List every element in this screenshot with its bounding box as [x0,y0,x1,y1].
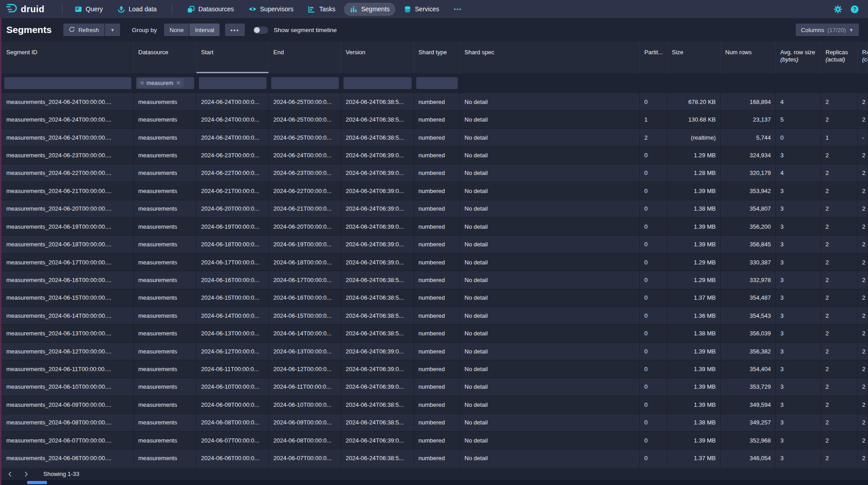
settings-gear-icon[interactable] [834,5,842,14]
column-header-replicas[interactable]: Replicas(actual) [821,42,858,73]
cell-replication-factor: 2 [858,396,868,413]
nav-item-segments[interactable]: Segments [344,3,395,16]
start-filter-input[interactable] [199,77,267,89]
cell-segment-id: measurements_2024-06-24T00:00:00.... [0,93,134,110]
column-header-version[interactable]: Version [341,42,414,73]
end-filter-input[interactable] [271,77,339,89]
cell-end: 2024-06-18T00:00:0... [269,254,341,271]
table-row[interactable]: measurements_2024-06-13T00:00:00....meas… [0,325,868,342]
table-row[interactable]: measurements_2024-06-06T00:00:00....meas… [0,449,868,467]
druid-logo[interactable]: druid [5,2,45,16]
cell-shard-type: numbered [414,93,460,110]
table-row[interactable]: measurements_2024-06-18T00:00:00....meas… [0,235,868,253]
nav-item-load-data[interactable]: Load data [112,3,163,16]
group-by-interval-button[interactable]: Interval [189,24,220,36]
column-header-num-rows[interactable]: Num rows [721,42,776,73]
column-header-segment-id[interactable]: Segment ID [0,42,134,73]
refresh-button[interactable]: Refresh [63,24,104,36]
segment-id-filter-input[interactable] [4,77,131,89]
nav-item-services[interactable]: Services [398,3,445,16]
close-icon[interactable]: ✕ [176,80,181,86]
cell-segment-id: measurements_2024-06-24T00:00:00.... [0,111,134,128]
table-row[interactable]: measurements_2024-06-09T00:00:00....meas… [0,396,868,414]
column-header-partit[interactable]: Partit... [640,42,667,73]
column-header-datasource[interactable]: Datasource [134,42,197,73]
table-row[interactable]: measurements_2024-06-17T00:00:00....meas… [0,254,868,271]
cell-avg-row-size: 3 [776,271,821,288]
version-filter-input[interactable] [343,77,412,89]
nav-item-[interactable] [448,3,467,16]
table-row[interactable]: measurements_2024-06-16T00:00:00....meas… [0,271,868,289]
cell-end: 2024-06-24T00:00:0... [269,146,341,164]
table-row[interactable]: measurements_2024-06-12T00:00:00....meas… [0,343,868,360]
cell-size: 1.37 MB [667,289,721,306]
table-row[interactable]: measurements_2024-06-23T00:00:00....meas… [0,146,868,164]
columns-button[interactable]: Columns (17/20) ▼ [796,24,859,36]
cell-shard-type: numbered [414,325,460,342]
table-row[interactable]: measurements_2024-06-24T00:00:00....meas… [0,129,868,146]
nav-item-query[interactable]: Query [69,3,109,16]
segment-timeline-toggle[interactable] [253,26,268,34]
cell-version: 2024-06-24T06:39:0... [341,165,414,182]
cell-segment-id: measurements_2024-06-18T00:00:00.... [0,235,134,253]
nav-item-datasources[interactable]: Datasources [181,3,240,16]
table-row[interactable]: measurements_2024-06-24T00:00:00....meas… [0,93,868,111]
cell-partit: 0 [640,449,667,466]
cell-size: 1.39 MB [667,378,721,396]
console-icon [75,5,82,13]
help-icon[interactable]: ? [850,5,859,14]
table-row[interactable]: measurements_2024-06-22T00:00:00....meas… [0,165,868,182]
column-header-shard-type[interactable]: Shard type [414,42,460,73]
cell-size: 1.39 MB [667,343,721,360]
table-row[interactable]: measurements_2024-06-07T00:00:00....meas… [0,432,868,449]
cell-avg-row-size: 3 [776,343,821,360]
cell-replication-factor: 2 [858,343,868,360]
cell-avg-row-size: 3 [776,254,821,271]
cell-partit: 0 [640,325,667,342]
table-header-row: Segment IDDatasourceStartEndVersionShard… [0,42,868,73]
datasource-filter-input[interactable]: =measurem✕ [136,77,194,89]
nav-item-tasks[interactable]: Tasks [302,3,341,16]
table-row[interactable]: measurements_2024-06-10T00:00:00....meas… [0,378,868,396]
cell-partit: 0 [640,307,667,324]
cell-version: 2024-06-24T06:38:5... [341,93,414,110]
column-header-avg-row-size[interactable]: Avg. row size(bytes) [776,42,821,73]
cell-num-rows: 168,894 [721,93,776,110]
table-row[interactable]: measurements_2024-06-24T00:00:00....meas… [0,111,868,128]
column-header-replication-factor[interactable]: Replication factor(configured) [858,42,868,73]
table-row[interactable]: measurements_2024-06-20T00:00:00....meas… [0,200,868,218]
group-by-none-button[interactable]: None [164,24,189,36]
datasource-icon [187,5,195,13]
table-row[interactable]: measurements_2024-06-08T00:00:00....meas… [0,414,868,432]
cell-version: 2024-06-24T06:38:5... [341,129,414,146]
cell-replicas: 2 [821,325,858,342]
cell-size: 1.29 MB [667,146,721,164]
column-header-start[interactable]: Start [197,42,269,73]
refresh-dropdown-button[interactable]: ▼ [105,24,120,36]
column-header-size[interactable]: Size [667,42,721,73]
cell-size: (realtime) [667,129,721,146]
more-options-button[interactable]: ••• [225,24,245,36]
nav-item-supervisors[interactable]: Supervisors [243,2,300,16]
column-header-end[interactable]: End [269,42,341,73]
cell-shard-type: numbered [414,200,460,217]
cell-start: 2024-06-14T00:00:0... [197,307,269,324]
previous-page-button[interactable] [4,469,16,480]
equals-icon: = [141,80,144,86]
table-row[interactable]: measurements_2024-06-14T00:00:00....meas… [0,307,868,325]
column-header-label: Shard spec [464,49,494,56]
table-row[interactable]: measurements_2024-06-19T00:00:00....meas… [0,218,868,235]
next-page-button[interactable] [20,469,33,480]
cell-replication-factor: 2 [858,449,868,466]
table-row[interactable]: measurements_2024-06-11T00:00:00....meas… [0,360,868,378]
top-nav-bar: druid QueryLoad dataDatasourcesSuperviso… [0,0,868,18]
table-row[interactable]: measurements_2024-06-21T00:00:00....meas… [0,182,868,200]
shard-type-filter-input[interactable] [416,77,458,89]
cell-avg-row-size: 3 [776,432,821,449]
cell-partit: 0 [640,396,667,413]
column-header-shard-spec[interactable]: Shard spec [460,42,640,73]
cell-datasource: measurements [134,396,197,413]
table-row[interactable]: measurements_2024-06-15T00:00:00....meas… [0,289,868,307]
datasource-filter-tag[interactable]: =measurem✕ [137,78,183,88]
filter-cell [269,73,341,93]
